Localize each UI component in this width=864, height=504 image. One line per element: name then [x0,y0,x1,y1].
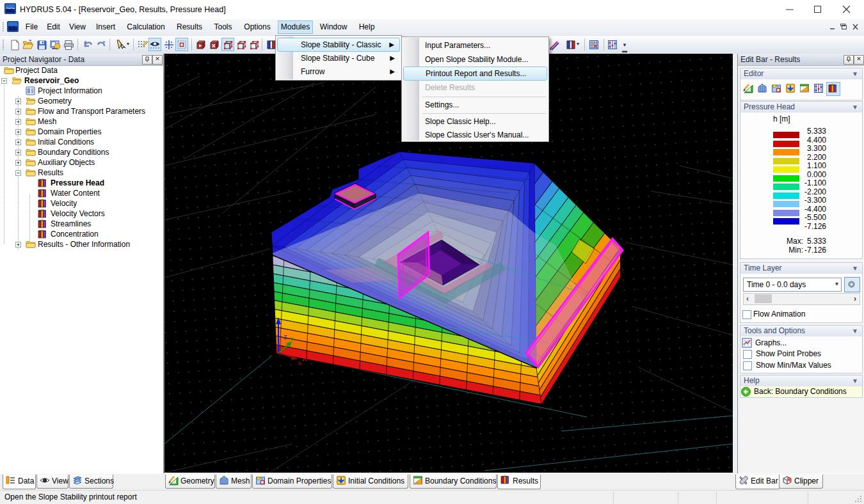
svg-text:Y: Y [290,336,294,342]
svg-text:Z: Z [284,334,287,340]
svg-text:X: X [298,360,301,366]
